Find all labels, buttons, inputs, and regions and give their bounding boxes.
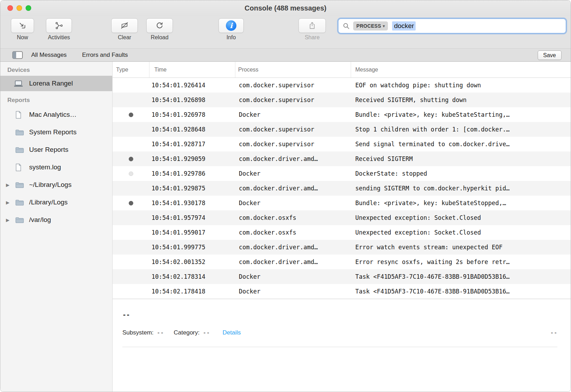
log-message: Task <F41D5AF3-7C10-467E-83BB-91BAD0D53B… <box>351 273 571 280</box>
log-row[interactable]: 10:54:02.001352 com.docker.driver.amd… E… <box>113 255 571 269</box>
now-button[interactable] <box>11 18 34 33</box>
share-button-label: Share <box>305 34 320 41</box>
search-icon <box>343 22 350 29</box>
log-message: Bundle: <private>, key: kubeStateStartin… <box>351 111 571 118</box>
disclosure-icon[interactable]: ▶ <box>6 182 15 188</box>
log-row[interactable]: 10:54:01.926414 com.docker.supervisor EO… <box>113 78 571 93</box>
sidebar-item-label: System Reports <box>29 128 76 136</box>
minimize-button[interactable] <box>16 5 22 11</box>
activity-dot <box>129 201 133 205</box>
folder-icon <box>15 216 24 224</box>
log-row[interactable]: 10:54:01.957974 com.docker.osxfs Unexpec… <box>113 210 571 225</box>
share-button[interactable] <box>298 18 326 33</box>
activity-dot <box>129 171 133 176</box>
sidebar-item-icon <box>15 216 28 224</box>
log-row[interactable]: 10:54:01.959017 com.docker.osxfs Unexpec… <box>113 225 571 240</box>
now-button-label: Now <box>17 34 28 41</box>
sidebar-device-lorena-rangel[interactable]: Lorena Rangel <box>0 76 112 91</box>
log-time: 10:54:02.178314 <box>149 273 235 280</box>
console-window: Console (488 messages) Now <box>0 0 571 392</box>
column-header-process[interactable]: Process <box>235 62 351 77</box>
clear-button-label: Clear <box>118 34 131 41</box>
sidebar-item-system-log[interactable]: system.log <box>0 158 112 176</box>
toolbar: Now Activities Clear <box>0 16 571 48</box>
log-row[interactable]: 10:54:01.929786 Docker DockerState: stop… <box>113 166 571 181</box>
log-process: com.docker.supervisor <box>235 96 351 103</box>
log-type-cell <box>113 113 149 117</box>
info-button[interactable]: i <box>219 18 244 33</box>
reload-toolbar-item: Reload <box>146 18 173 41</box>
log-row[interactable]: 10:54:01.926978 Docker Bundle: <private>… <box>113 107 571 122</box>
column-header-type[interactable]: Type <box>113 62 149 77</box>
sidebar-item-label: system.log <box>29 163 61 171</box>
traffic-lights <box>7 5 31 11</box>
document-icon <box>15 163 22 171</box>
log-process: com.docker.osxfs <box>235 229 351 236</box>
log-row[interactable]: 10:54:01.929875 com.docker.driver.amd… s… <box>113 181 571 196</box>
log-row[interactable]: 10:54:01.930178 Docker Bundle: <private>… <box>113 196 571 210</box>
now-toolbar-item: Now <box>11 18 34 41</box>
zoom-button[interactable] <box>26 5 31 11</box>
chevron-down-icon: ▾ <box>383 24 385 28</box>
folder-icon <box>15 129 24 136</box>
clear-button[interactable] <box>111 18 138 33</box>
details-link[interactable]: Details <box>222 329 241 336</box>
log-row[interactable]: 10:54:02.178418 Docker Task <F41D5AF3-7C… <box>113 284 571 299</box>
sidebar-item-var-log[interactable]: ▶ /var/log <box>0 211 112 229</box>
folder-icon <box>15 199 24 206</box>
log-time: 10:54:01.929059 <box>149 155 235 162</box>
column-header-message[interactable]: Message <box>351 62 571 77</box>
sidebar-toggle-button[interactable] <box>12 51 23 59</box>
sidebar-item-system-reports[interactable]: System Reports <box>0 123 112 141</box>
scope-errors-and-faults[interactable]: Errors and Faults <box>82 52 128 59</box>
sidebar-item-user-reports[interactable]: User Reports <box>0 141 112 158</box>
log-row[interactable]: 10:54:01.999775 com.docker.driver.amd… E… <box>113 240 571 255</box>
subsystem-value: -- <box>157 329 164 336</box>
detail-title: -- <box>122 311 557 318</box>
log-process: Docker <box>235 200 351 207</box>
activities-icon <box>55 21 63 30</box>
sidebar-item-icon <box>15 129 28 136</box>
log-message: Received SIGTERM <box>351 155 571 162</box>
sidebar-item-library-logs[interactable]: ▶ ~/Library/Logs <box>0 176 112 194</box>
log-row[interactable]: 10:54:01.928648 com.docker.supervisor St… <box>113 122 571 137</box>
log-row[interactable]: 10:54:02.178314 Docker Task <F41D5AF3-7C… <box>113 269 571 284</box>
search-field[interactable]: PROCESS ▾ docker <box>338 19 566 33</box>
category-label: Category: <box>174 329 200 336</box>
search-text[interactable]: docker <box>392 21 416 31</box>
subsystem-label: Subsystem: <box>122 329 154 336</box>
activities-button[interactable] <box>46 18 72 33</box>
column-header-time[interactable]: Time <box>149 62 235 77</box>
log-type-cell <box>113 289 149 294</box>
sidebar-item-label: /var/log <box>29 216 51 224</box>
search-token-process[interactable]: PROCESS ▾ <box>353 21 388 31</box>
reload-button[interactable] <box>146 18 173 33</box>
log-row[interactable]: 10:54:01.929059 com.docker.driver.amd… R… <box>113 151 571 166</box>
log-time: 10:54:01.926414 <box>149 82 235 89</box>
sidebar-item-mac-analytics[interactable]: Mac Analytics… <box>0 106 112 123</box>
log-type-cell <box>113 171 149 176</box>
log-message: EOF on watchdog pipe: shutting down <box>351 82 571 89</box>
log-process: Docker <box>235 288 351 295</box>
info-icon-glyph: i <box>230 21 233 30</box>
sidebar-toggle-icon <box>12 51 23 59</box>
disclosure-icon[interactable]: ▶ <box>6 200 15 205</box>
sidebar-item-library-logs[interactable]: ▶ /Library/Logs <box>0 194 112 211</box>
log-type-cell <box>113 201 149 205</box>
sidebar-report-list: Mac Analytics… System Reports <box>0 106 112 229</box>
disclosure-icon[interactable]: ▶ <box>6 217 15 223</box>
activity-dot <box>129 113 133 117</box>
log-message: Received SIGTERM, shutting down <box>351 96 571 103</box>
log-process: com.docker.driver.amd… <box>235 244 351 251</box>
save-button[interactable]: Save <box>538 50 562 60</box>
log-row[interactable]: 10:54:01.928717 com.docker.supervisor Se… <box>113 137 571 151</box>
scope-all-messages[interactable]: All Messages <box>31 52 67 59</box>
sidebar-item-icon <box>15 146 28 154</box>
log-table-body: 10:54:01.926414 com.docker.supervisor EO… <box>113 78 571 299</box>
close-button[interactable] <box>7 5 13 11</box>
log-row[interactable]: 10:54:01.926898 com.docker.supervisor Re… <box>113 93 571 107</box>
sidebar-item-label: Mac Analytics… <box>29 111 76 119</box>
log-time: 10:54:01.999775 <box>149 244 235 251</box>
folder-icon <box>15 181 24 189</box>
log-type-cell <box>113 260 149 264</box>
